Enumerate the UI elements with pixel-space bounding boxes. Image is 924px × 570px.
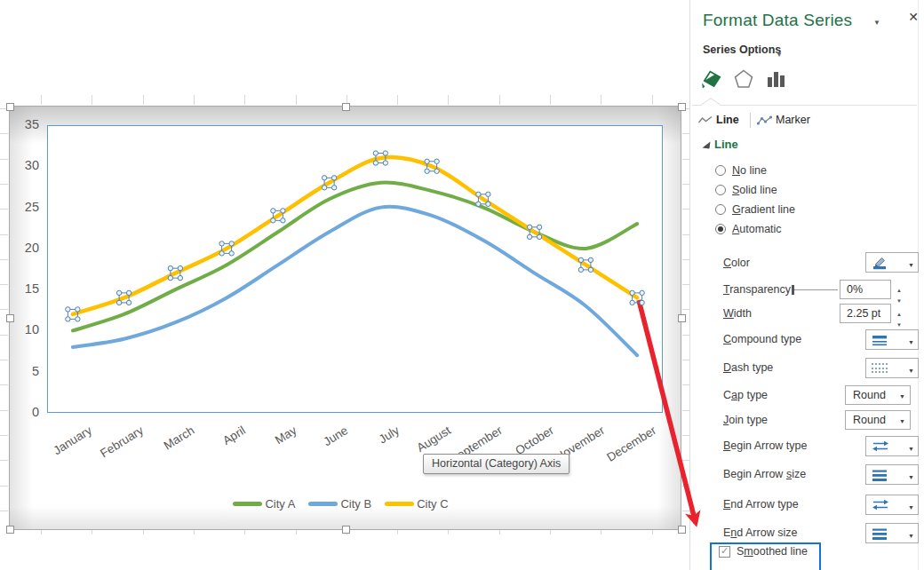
- legend-item[interactable]: City A: [233, 497, 295, 511]
- step-up-icon: [894, 304, 904, 313]
- dropdown-caret-icon: [908, 467, 914, 483]
- pane-options-caret-icon[interactable]: [870, 16, 884, 30]
- selected-tab-notch: [700, 98, 721, 106]
- gridline: [0, 360, 8, 360]
- smoothed-line-checkbox[interactable]: [719, 546, 730, 558]
- width-stepper[interactable]: [894, 304, 904, 323]
- gridline: [0, 384, 8, 385]
- gridline: [92, 530, 92, 534]
- marker-squiggle-icon: [757, 115, 772, 125]
- tab-line[interactable]: Line: [698, 114, 739, 126]
- radio-circle[interactable]: [715, 185, 726, 195]
- gridline: [0, 435, 8, 436]
- color-button[interactable]: [865, 252, 919, 273]
- dash-type-label: Dash type: [723, 361, 773, 374]
- gridline: [682, 435, 689, 436]
- effects-tab[interactable]: [729, 66, 758, 92]
- gridline: [682, 486, 689, 487]
- radio-gradient-line[interactable]: Gradient line: [715, 203, 795, 216]
- section-collapse-icon[interactable]: [702, 140, 710, 148]
- radio-circle[interactable]: [715, 165, 726, 176]
- chart-resize-handle-mid-left[interactable]: [6, 314, 14, 322]
- legend-label: City C: [417, 497, 448, 511]
- chart-resize-handle-top-center[interactable]: [342, 103, 350, 111]
- transparency-slider-thumb[interactable]: [792, 285, 794, 295]
- chart-legend[interactable]: City ACity BCity C: [0, 497, 681, 511]
- radio-automatic[interactable]: Automatic: [715, 223, 782, 235]
- pane-close-icon[interactable]: [905, 9, 921, 25]
- gridline: [682, 384, 689, 385]
- begin-arrow-type-dropdown[interactable]: [865, 436, 919, 456]
- join-type-combo[interactable]: Round: [845, 410, 911, 430]
- gridline: [0, 133, 8, 134]
- tooltip-text: Horizontal (Category) Axis: [432, 457, 561, 470]
- end-arrow-type-dropdown[interactable]: [865, 495, 919, 515]
- y-axis-tick-label: 15: [7, 281, 39, 296]
- transparency-stepper[interactable]: [894, 280, 904, 299]
- dash-type-dropdown[interactable]: [865, 358, 919, 378]
- section-line-label[interactable]: Line: [714, 138, 738, 151]
- dropdown-caret-icon: [908, 439, 914, 455]
- bar-chart-icon: [765, 68, 786, 90]
- chart-resize-handle-top-right[interactable]: [678, 103, 686, 111]
- plot-area[interactable]: [47, 125, 663, 413]
- radio-circle[interactable]: [715, 204, 726, 215]
- double-arrow-icon: [872, 440, 889, 452]
- gridline: [244, 530, 245, 534]
- gridline: [0, 511, 8, 511]
- dropdown-caret-icon: [908, 255, 914, 271]
- legend-item[interactable]: City B: [308, 497, 371, 511]
- gridline: [499, 530, 500, 534]
- fill-line-tab[interactable]: [697, 66, 726, 92]
- gridline: [41, 95, 42, 105]
- legend-swatch: [233, 502, 262, 506]
- gridline: [92, 95, 92, 105]
- y-axis-tick-label: 10: [7, 322, 39, 336]
- cap-type-combo[interactable]: Round: [845, 385, 911, 405]
- gridline: [448, 95, 449, 105]
- chart-resize-handle-top-left[interactable]: [6, 103, 14, 111]
- smoothed-line-label[interactable]: Smoothed line: [737, 545, 808, 558]
- legend-swatch: [308, 502, 338, 506]
- tab-separator: [750, 113, 751, 128]
- radio-circle-selected[interactable]: [715, 224, 726, 234]
- end-arrow-size-dropdown[interactable]: [865, 523, 919, 543]
- radio-solid-line[interactable]: Solid line: [715, 184, 777, 196]
- cap-type-label: Cap type: [723, 389, 768, 401]
- chart-resize-handle-bottom-left[interactable]: [6, 526, 14, 534]
- step-down-icon: [894, 314, 904, 323]
- gridline: [601, 95, 601, 105]
- gridline: [0, 259, 8, 260]
- y-axis-tick-label: 5: [7, 364, 39, 378]
- begin-arrow-size-dropdown[interactable]: [865, 464, 919, 485]
- width-value-field[interactable]: 2.25 pt: [840, 304, 891, 323]
- y-axis-tick-label: 25: [7, 200, 39, 214]
- tab-marker[interactable]: Marker: [757, 114, 810, 126]
- radio-no-line[interactable]: No line: [715, 164, 767, 177]
- transparency-slider[interactable]: [792, 289, 838, 290]
- gridline: [0, 460, 8, 461]
- pane-title: Format Data Series: [703, 11, 852, 30]
- double-arrow-icon: [872, 499, 889, 511]
- color-label: Color: [723, 257, 750, 269]
- step-up-icon: [894, 280, 904, 289]
- chart-resize-handle-mid-right[interactable]: [678, 314, 686, 322]
- chart-resize-handle-bottom-right[interactable]: [678, 526, 686, 534]
- gridline: [244, 95, 245, 105]
- y-axis-tick-label: 20: [7, 241, 39, 255]
- series-options-tab[interactable]: [761, 66, 790, 92]
- gridline: [682, 284, 689, 285]
- begin-arrow-type-label: Begin Arrow type: [723, 439, 808, 452]
- legend-item[interactable]: City C: [385, 497, 448, 511]
- y-axis-tick-label: 30: [7, 158, 39, 172]
- line-weight-icon: [872, 527, 888, 540]
- gridline: [682, 234, 689, 235]
- chart-resize-handle-bottom-center[interactable]: [342, 526, 350, 534]
- transparency-value-field[interactable]: 0%: [840, 280, 891, 299]
- series-options-caret-icon[interactable]: [776, 44, 783, 60]
- legend-label: City A: [265, 497, 295, 511]
- compound-type-label: Compound type: [723, 333, 801, 345]
- gridline: [194, 95, 195, 105]
- compound-type-dropdown[interactable]: [865, 329, 919, 350]
- gridline: [682, 209, 689, 210]
